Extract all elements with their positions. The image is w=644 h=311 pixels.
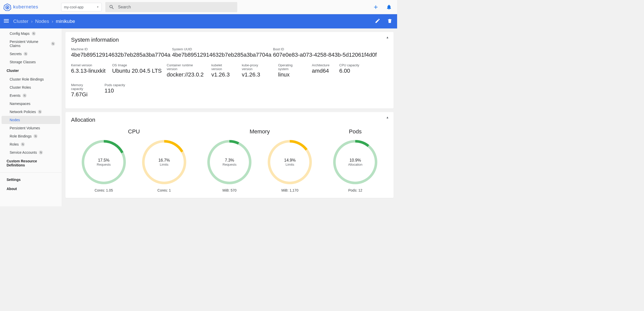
donut-footer: Cores: 1.05 [95,188,113,192]
mem-cap-value: 7.67Gi [71,91,94,98]
cpu-cap-label: CPU capacity [339,63,359,67]
sidebar-item-namespaces[interactable]: Namespaces [0,100,62,108]
allocation-card: ▲ Allocation CPU 17.5% Requests Cores: 1… [65,112,394,198]
kernel-label: Kernel version [71,63,102,67]
kubeproxy-label: kube-proxy version [242,63,268,71]
donut-footer: MiB: 1,170 [281,188,298,192]
sidebar-item-label: Persistent Volume Claims [10,40,49,48]
boot-id-label: Boot ID [273,47,377,51]
sidebar-item-cluster-role-bindings[interactable]: Cluster Role Bindings [0,75,62,83]
namespace-badge-icon: N [21,142,25,146]
collapse-toggle[interactable]: ▲ [386,36,389,39]
alloc-cpu-title: CPU [81,128,187,135]
sidebar-item-persistent-volume-claims[interactable]: Persistent Volume ClaimsN [0,38,62,50]
sidebar-group-crd[interactable]: Custom Resource Definitions [0,157,62,170]
action-bar: Cluster › Nodes › minikube [0,14,397,28]
sidebar-item-label: Network Policies [10,110,36,114]
chevron-right-icon: › [31,19,32,24]
create-button[interactable] [373,4,379,10]
sidebar-item-service-accounts[interactable]: Service AccountsN [0,148,62,157]
sidebar-item-label: Secrets [10,52,22,56]
namespace-badge-icon: N [24,52,28,56]
namespace-badge-icon: N [23,94,27,98]
crumb-nodes[interactable]: Nodes [35,19,49,24]
crt-value: docker://23.0.2 [167,71,201,78]
pencil-icon [375,18,380,24]
menu-button[interactable] [3,18,10,25]
edit-button[interactable] [375,18,380,25]
sidebar-item-cluster-roles[interactable]: Cluster Roles [0,83,62,91]
donut-label: Requests [97,163,111,166]
crumb-current: minikube [56,19,75,24]
sidebar-item-storage-classes[interactable]: Storage Classes [0,58,62,66]
namespace-badge-icon: N [39,150,43,154]
sidebar-item-label: Events [10,94,21,98]
search-box[interactable]: Search [105,2,237,12]
donut-chart: 10.9% Allocation [333,139,378,185]
crumb-cluster[interactable]: Cluster [13,19,28,24]
donut-footer: Pods: 12 [348,188,362,192]
donut-percent: 14.9% [284,158,296,163]
sidebar-about[interactable]: About [0,184,62,193]
sidebar-item-label: Cluster Roles [10,85,31,89]
topbar: kubernetes my-cool-app ▼ Search [0,0,397,14]
plus-icon [373,4,379,10]
brand-logo[interactable]: kubernetes [4,3,38,11]
delete-button[interactable] [387,18,393,25]
sidebar-item-events[interactable]: EventsN [0,91,62,100]
content-area: ▲ System information Machine ID4be7b8951… [62,28,397,206]
brand-text: kubernetes [13,4,38,10]
allocation-title: Allocation [71,117,388,123]
sidebar-item-secrets[interactable]: SecretsN [0,50,62,58]
donut-chart: 14.9% Limits [267,139,312,185]
arch-label: Architecture [312,63,329,67]
donut-memory-limits: 14.9% Limits MiB: 1,170 [267,139,312,192]
hamburger-icon [3,18,10,24]
sidebar-item-persistent-volumes[interactable]: Persistent Volumes [0,124,62,132]
crt-label: Container runtime version [167,63,201,71]
collapse-toggle[interactable]: ▲ [386,116,389,119]
notifications-button[interactable] [386,4,392,10]
sidebar-item-network-policies[interactable]: Network PoliciesN [0,108,62,116]
svg-line-4 [7,6,9,7]
machine-id-value: 4be7b89512914632b7eb285a3ba7704a [71,52,162,58]
donut-label: Limits [286,163,294,166]
svg-line-9 [6,6,7,7]
sidebar-item-config-maps[interactable]: Config MapsN [0,29,62,38]
namespace-selector[interactable]: my-cool-app ▼ [61,3,102,11]
sidebar-item-label: Nodes [10,118,20,122]
donut-label: Requests [223,163,236,166]
sidebar-item-label: Storage Classes [10,60,36,64]
sidebar-item-label: Roles [10,142,19,146]
namespace-badge-icon: N [33,134,38,138]
alloc-memory-column: Memory 7.3% Requests MiB: 570 14.9% Limi… [207,128,312,192]
bell-icon [386,4,392,10]
sidebar-group-cluster: Cluster [0,66,62,75]
namespace-badge-icon: N [38,110,42,114]
chevron-right-icon: › [52,19,53,24]
sidebar-item-nodes[interactable]: Nodes [2,116,60,124]
namespace-badge-icon: N [51,42,55,46]
sidebar-item-label: Namespaces [10,102,30,106]
os-image-value: Ubuntu 20.04.5 LTS [112,68,157,74]
sidebar-item-roles[interactable]: RolesN [0,140,62,148]
cpu-cap-value: 6.00 [339,68,359,74]
system-uuid-label: System UUID [172,47,263,51]
chevron-down-icon: ▼ [96,6,99,8]
system-info-title: System information [71,37,388,43]
search-placeholder: Search [118,5,131,9]
donut-percent: 7.3% [225,158,234,163]
sidebar: Config MapsNPersistent Volume ClaimsNSec… [0,28,62,206]
kernel-value: 6.3.13-linuxkit [71,68,102,74]
arch-value: amd64 [312,68,329,74]
sidebar-settings[interactable]: Settings [0,175,62,184]
os-label: Operating system [278,63,302,71]
sidebar-item-role-bindings[interactable]: Role BindingsN [0,132,62,140]
kubeproxy-value: v1.26.3 [242,71,268,78]
donut-pods-allocation: 10.9% Allocation Pods: 12 [333,139,378,192]
donut-chart: 16.7% Limits [142,139,187,185]
machine-id-label: Machine ID [71,47,162,51]
boot-id-value: 607e0e83-a073-4258-843b-5d12061f4d0f [273,52,377,58]
os-image-label: OS Image [112,63,157,67]
pods-cap-label: Pods capacity [105,83,125,87]
